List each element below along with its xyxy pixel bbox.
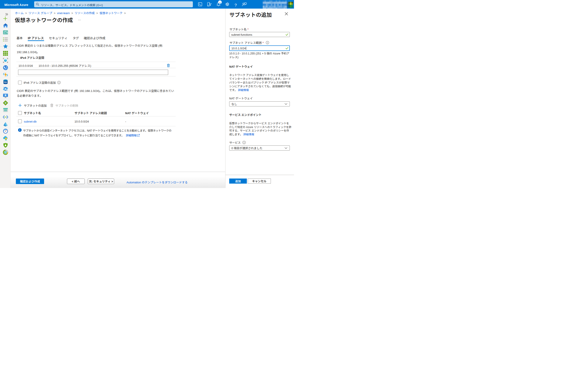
svg-text:$: $ <box>5 151 6 153</box>
svg-text:SQL: SQL <box>4 81 7 83</box>
